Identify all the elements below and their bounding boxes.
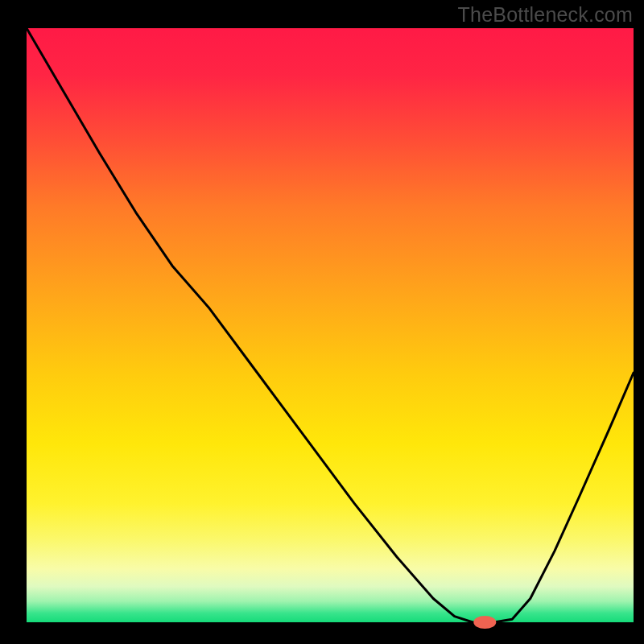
watermark-text: TheBottleneck.com [458,3,633,27]
chart-stage: TheBottleneck.com [0,0,644,644]
bottleneck-chart [0,0,644,644]
plot-background [27,28,634,622]
optimal-marker [473,616,496,629]
